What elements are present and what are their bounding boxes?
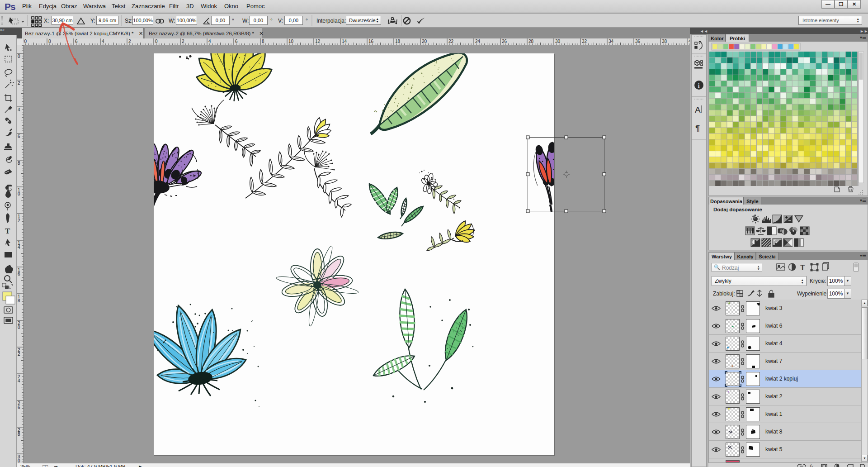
svg-text:26: 26 [502,39,507,44]
svg-text:18: 18 [395,39,401,44]
svg-text:6: 6 [18,405,20,410]
svg-text:2: 2 [18,81,20,86]
svg-text:4: 4 [208,39,211,44]
svg-text:8: 8 [18,298,20,303]
svg-text:4: 4 [18,378,20,383]
svg-text:14: 14 [342,39,347,44]
svg-text:34: 34 [609,39,614,44]
svg-text:T: T [800,263,805,272]
svg-text:8: 8 [18,161,20,166]
svg-text:0: 0 [18,54,20,59]
svg-text:38: 38 [662,39,667,44]
svg-text:16: 16 [368,39,374,44]
svg-text:8: 8 [48,39,51,44]
svg-text:2: 2 [18,352,20,357]
svg-text:0: 0 [18,325,20,330]
svg-text:°: ° [270,18,273,24]
svg-text:10: 10 [288,39,294,44]
svg-text:4: 4 [102,39,104,44]
svg-text:2: 2 [182,39,184,44]
svg-text:2: 2 [128,39,131,44]
svg-text:0: 0 [18,458,20,463]
svg-text:6: 6 [18,272,20,276]
svg-text:30: 30 [555,39,561,44]
svg-text:T: T [5,227,10,235]
svg-text:32: 32 [582,39,587,44]
svg-text:4: 4 [18,107,20,112]
svg-text:24: 24 [475,39,481,44]
svg-text:8: 8 [262,39,264,44]
svg-text:6: 6 [18,134,20,139]
svg-text:fx: fx [810,463,813,467]
svg-text:2: 2 [18,218,20,223]
svg-text:20: 20 [422,39,427,44]
svg-text:6: 6 [235,39,238,44]
svg-text:22: 22 [448,39,454,44]
svg-text:36: 36 [635,39,641,44]
svg-text:0: 0 [155,39,158,44]
svg-text:°: ° [232,18,234,24]
svg-text:°: ° [306,18,308,24]
svg-text:0: 0 [18,191,20,196]
svg-text:4: 4 [18,245,20,250]
svg-text:8: 8 [18,432,20,437]
svg-text:28: 28 [528,39,534,44]
svg-text:12: 12 [315,39,321,44]
